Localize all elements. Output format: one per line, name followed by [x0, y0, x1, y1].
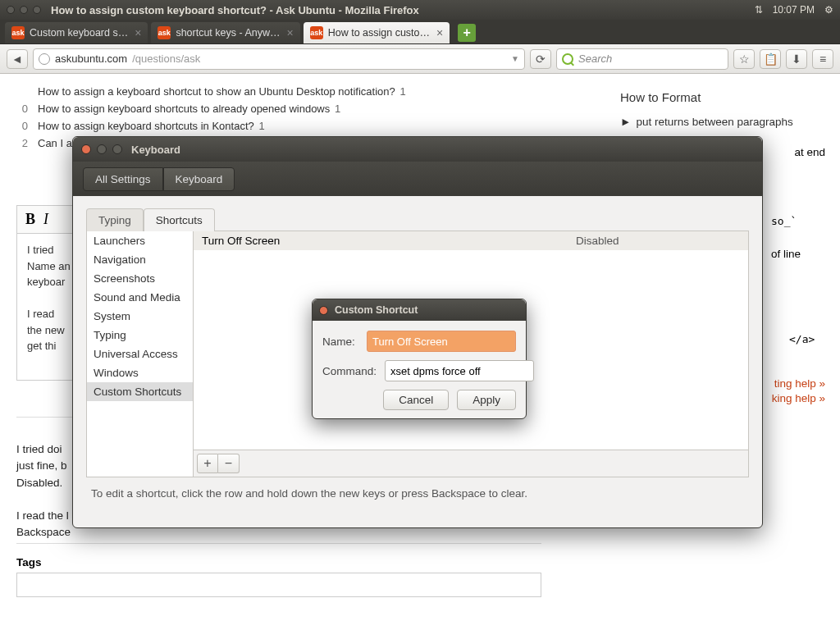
text-fragment: </a>	[789, 333, 815, 345]
downloads-button[interactable]: ⬇	[786, 49, 807, 69]
bold-button[interactable]: B	[25, 211, 35, 228]
hint-text: To edit a shortcut, click the row and ho…	[86, 477, 749, 503]
close-icon[interactable]: ×	[135, 26, 141, 39]
back-button[interactable]: ◄	[7, 49, 28, 69]
window-min-icon[interactable]	[20, 6, 28, 14]
shortcut-name: Turn Off Screen	[202, 235, 576, 247]
add-button[interactable]: +	[197, 454, 218, 473]
list-item[interactable]: Navigation	[87, 250, 193, 269]
list-item[interactable]: How to assign a keyboard shortcut to sho…	[16, 85, 406, 98]
bookmark-button[interactable]: ☆	[733, 49, 755, 69]
list-item[interactable]: Typing	[87, 326, 193, 345]
text-fragment: at end	[794, 146, 825, 158]
tab-3[interactable]: ask How to assign custo… ×	[304, 22, 450, 43]
search-icon	[562, 53, 573, 65]
maximize-icon[interactable]	[112, 144, 122, 154]
close-icon[interactable]: ×	[436, 26, 443, 39]
cancel-button[interactable]: Cancel	[383, 390, 449, 410]
divider	[16, 543, 541, 544]
search-input[interactable]: Search	[556, 48, 728, 70]
list-item[interactable]: Windows	[87, 363, 193, 382]
tab-shortcuts[interactable]: Shortcuts	[144, 208, 215, 231]
breadcrumb-keyboard[interactable]: Keyboard	[163, 167, 235, 191]
help-links: ting help » king help »	[772, 377, 825, 407]
command-field[interactable]	[385, 360, 534, 381]
hamburger-button[interactable]: ≡	[812, 49, 833, 69]
tags-label: Tags	[16, 556, 42, 568]
close-icon[interactable]: ×	[287, 26, 294, 39]
tab-2[interactable]: ask shortcut keys - Anyw… ×	[151, 22, 299, 43]
list-item[interactable]: Sound and Media	[87, 288, 193, 307]
tab-1[interactable]: ask Custom keyboard s… ×	[5, 22, 148, 43]
list-item[interactable]: 0How to assign keyboard shortcuts in Kon…	[16, 120, 406, 132]
gear-icon[interactable]: ⚙	[824, 4, 833, 16]
window-close-icon[interactable]	[7, 6, 15, 14]
clock[interactable]: 10:07 PM	[773, 4, 815, 16]
apply-button[interactable]: Apply	[457, 390, 516, 410]
remove-button[interactable]: −	[218, 454, 240, 473]
url-bar[interactable]: askubuntu.com/questions/ask ▼	[33, 48, 525, 70]
globe-icon	[39, 53, 50, 65]
minimize-icon[interactable]	[97, 144, 107, 154]
list-item[interactable]: System	[87, 307, 193, 326]
browser-tabstrip: ask Custom keyboard s… × ask shortcut ke…	[0, 20, 840, 44]
triangle-icon: ►	[620, 116, 631, 128]
list-item-custom-shortcuts[interactable]: Custom Shortcuts	[87, 382, 193, 401]
list-item[interactable]: Launchers	[87, 231, 193, 250]
format-help: How to Format ►put returns between parag…	[620, 90, 825, 135]
close-icon[interactable]	[319, 306, 328, 315]
reload-button[interactable]: ⟳	[530, 49, 551, 69]
breadcrumb-all-settings[interactable]: All Settings	[83, 167, 163, 191]
url-host: askubuntu.com	[55, 52, 127, 65]
command-label: Command:	[322, 365, 377, 377]
italic-button[interactable]: I	[43, 211, 48, 228]
tab-label: shortcut keys - Anyw…	[176, 27, 280, 39]
tab-typing[interactable]: Typing	[86, 208, 144, 231]
favicon-icon: ask	[158, 26, 171, 39]
search-placeholder: Search	[578, 52, 612, 65]
list-item[interactable]: Screenshots	[87, 269, 193, 288]
tab-label: Custom keyboard s…	[30, 27, 128, 39]
text-fragment: of line	[771, 248, 801, 260]
tab-label: How to assign custo…	[328, 27, 430, 39]
breadcrumb: All Settings Keyboard	[73, 162, 762, 196]
tags-input[interactable]	[16, 573, 541, 597]
system-menubar: How to assign custom keyboard shortcut? …	[0, 0, 840, 20]
list-item[interactable]: Universal Access	[87, 345, 193, 363]
help-link[interactable]: king help »	[772, 392, 825, 404]
favicon-icon: ask	[310, 26, 323, 39]
browser-navbar: ◄ askubuntu.com/questions/ask ▼ ⟳ Search…	[0, 44, 840, 74]
window-max-icon[interactable]	[33, 6, 41, 14]
settings-tabs: Typing Shortcuts	[86, 208, 749, 231]
window-title: How to assign custom keyboard shortcut? …	[51, 4, 419, 16]
help-link[interactable]: ting help »	[772, 377, 825, 390]
chevron-down-icon[interactable]: ▼	[511, 54, 519, 63]
shortcut-keys: Disabled	[576, 235, 740, 247]
window-title: Keyboard	[131, 144, 180, 156]
name-field[interactable]	[367, 331, 516, 352]
new-tab-button[interactable]: +	[458, 24, 476, 42]
category-list[interactable]: Launchers Navigation Screenshots Sound a…	[87, 231, 194, 477]
favicon-icon: ask	[11, 26, 25, 39]
dialog-title: Custom Shortcut	[335, 304, 418, 316]
window-titlebar[interactable]: Keyboard	[73, 137, 762, 162]
name-label: Name:	[322, 336, 358, 348]
custom-shortcut-dialog: Custom Shortcut Name: Command: Cancel Ap…	[312, 299, 527, 419]
table-row[interactable]: Turn Off Screen Disabled	[194, 231, 748, 250]
dialog-titlebar[interactable]: Custom Shortcut	[313, 299, 526, 321]
close-icon[interactable]	[81, 144, 91, 154]
format-heading: How to Format	[620, 90, 825, 104]
url-path: /questions/ask	[132, 52, 200, 65]
clipboard-button[interactable]: 📋	[760, 49, 781, 69]
list-item[interactable]: 0How to assign keyboard shortcuts to alr…	[16, 103, 406, 115]
text-fragment: so_`	[771, 215, 797, 227]
network-icon[interactable]: ⇅	[755, 4, 763, 16]
